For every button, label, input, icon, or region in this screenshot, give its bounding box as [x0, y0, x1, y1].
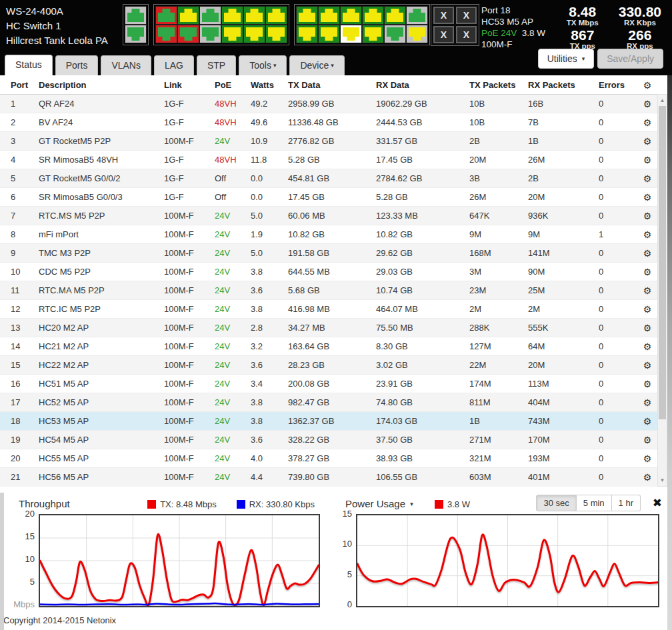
gear-icon[interactable]: ⚙: [643, 341, 652, 352]
time-button-5-min[interactable]: 5 min: [577, 495, 612, 511]
port-row-13[interactable]: 13HC20 M2 AP100M-F24V2.834.27 MB75.50 MB…: [0, 319, 657, 337]
gear-icon[interactable]: ⚙: [643, 472, 652, 483]
gear-icon[interactable]: ⚙: [643, 435, 652, 445]
port-row-8[interactable]: 8mFi mPort100M-F24V1.910.82 GB10.82 GB9M…: [0, 225, 657, 244]
gear-icon[interactable]: ⚙: [643, 80, 652, 91]
port-icon[interactable]: [341, 7, 361, 24]
port-icon[interactable]: [244, 25, 265, 43]
port-row-4[interactable]: 4SR MimosaB5 48VH1G-F48VH11.85.28 GB17.4…: [0, 151, 657, 169]
port-row-12[interactable]: 12RTC.IC M5 P2P100M-F24V3.8416.98 MB464.…: [0, 300, 657, 319]
gear-icon[interactable]: ⚙: [643, 173, 652, 184]
port-icon[interactable]: [156, 7, 177, 24]
time-button-1-hr[interactable]: 1 hr: [612, 495, 641, 511]
scroll-down-icon[interactable]: ▼: [658, 475, 667, 485]
gear-icon[interactable]: ⚙: [643, 323, 652, 333]
column-header: Port: [0, 76, 33, 95]
port-row-17[interactable]: 17HC52 M5 AP100M-F24V3.8982.47 GB74.80 G…: [0, 393, 657, 412]
gear-icon[interactable]: ⚙: [643, 136, 652, 147]
sfp-port-icon[interactable]: X: [433, 7, 454, 24]
sfp-port-icon[interactable]: X: [456, 7, 477, 24]
port-icon[interactable]: [125, 7, 146, 24]
utilities-button[interactable]: Utilities ▾: [538, 49, 595, 69]
port-icon[interactable]: [266, 7, 287, 24]
gear-icon[interactable]: ⚙: [643, 192, 652, 203]
gear-icon[interactable]: ⚙: [643, 304, 652, 315]
port-row-20[interactable]: 20HC55 M5 AP100M-F24V4.0378.27 GB38.93 G…: [0, 449, 657, 468]
tab-lag[interactable]: LAG: [154, 55, 194, 75]
port-icon[interactable]: [407, 7, 427, 24]
tab-ports[interactable]: Ports: [55, 55, 99, 75]
port-row-19[interactable]: 19HC54 M5 AP100M-F24V3.6328.22 GB37.50 G…: [0, 431, 657, 449]
port-icon[interactable]: [385, 7, 405, 24]
table-scrollbar[interactable]: ▲ ▼: [657, 94, 667, 487]
port-icon[interactable]: [178, 25, 199, 43]
gear-icon[interactable]: ⚙: [643, 397, 652, 408]
throughput-y-axis: 2015105Mbps: [0, 514, 39, 607]
port-icon[interactable]: [266, 25, 287, 43]
port-icon[interactable]: [200, 7, 221, 24]
gear-icon[interactable]: ⚙: [643, 453, 652, 464]
gear-icon[interactable]: ⚙: [643, 211, 652, 221]
port-row-21[interactable]: 21HC56 M5 AP100M-F24V4.4739.80 GB106.55 …: [0, 468, 657, 487]
port-row-7[interactable]: 7RTC.MS M5 P2P100M-F24V5.060.06 MB123.33…: [0, 207, 657, 225]
gear-icon[interactable]: ⚙: [643, 99, 652, 109]
port-row-3[interactable]: 3GT RocketM5 P2P100M-F24V10.92776.82 GB3…: [0, 132, 657, 151]
gear-icon[interactable]: ⚙: [643, 360, 652, 371]
scrollbar-thumb[interactable]: [659, 106, 666, 419]
gear-icon[interactable]: ⚙: [643, 117, 652, 128]
port-icon-selected[interactable]: [341, 25, 361, 43]
port-row-15[interactable]: 15HC22 M2 AP100M-F24V3.628.23 GB3.02 GB2…: [0, 356, 657, 375]
port-icon[interactable]: [222, 25, 243, 43]
power-usage-dropdown[interactable]: Power Usage ▾: [345, 498, 413, 509]
port-icon[interactable]: [319, 7, 339, 24]
gear-icon[interactable]: ⚙: [643, 267, 652, 277]
port-row-1[interactable]: 1QR AF241G-F48VH49.22958.99 GB19062.29 G…: [0, 95, 657, 113]
copyright: Copyright 2014-2015 Netonix: [3, 615, 116, 625]
port-row-18[interactable]: 18HC53 M5 AP100M-F24V3.81362.37 GB174.03…: [0, 412, 657, 431]
header-actions: Utilities ▾ Save/Apply: [538, 49, 663, 69]
port-row-10[interactable]: 10CDC M5 P2P100M-F24V3.8644.55 MB29.03 G…: [0, 263, 657, 281]
tab-device[interactable]: Device▾: [289, 55, 344, 75]
gear-icon[interactable]: ⚙: [643, 285, 652, 296]
tabs: StatusPortsVLANsLAGSTPTools▾Device▾: [5, 55, 347, 75]
port-icon[interactable]: [297, 25, 317, 43]
charts-section: Throughput TX: 8.48 MbpsRX: 330.80 Kbps …: [0, 493, 667, 615]
port-icon[interactable]: [200, 25, 221, 43]
port-row-14[interactable]: 14HC21 M2 AP100M-F24V3.2163.64 GB8.30 GB…: [0, 337, 657, 356]
port-row-9[interactable]: 9TMC M3 P2P100M-F24V5.0191.58 GB29.62 GB…: [0, 244, 657, 263]
sfp-port-icon[interactable]: X: [433, 26, 454, 43]
power-legend: 3.8 W: [435, 499, 470, 509]
gear-icon[interactable]: ⚙: [643, 229, 652, 240]
gear-icon[interactable]: ⚙: [643, 248, 652, 259]
port-icon[interactable]: [407, 25, 427, 43]
gear-icon[interactable]: ⚙: [643, 379, 652, 389]
device-location: Hillcrest Tank Leola PA: [6, 33, 108, 48]
save-apply-button[interactable]: Save/Apply: [597, 49, 663, 69]
time-button-30-sec[interactable]: 30 sec: [536, 495, 576, 511]
port-row-11[interactable]: 11RTC.MA M5 P2P100M-F24V3.65.68 GB10.74 …: [0, 281, 657, 300]
port-icon[interactable]: [244, 7, 265, 24]
gear-icon[interactable]: ⚙: [643, 416, 652, 427]
tab-status[interactable]: Status: [5, 55, 53, 75]
tab-vlans[interactable]: VLANs: [101, 55, 151, 75]
port-icon[interactable]: [385, 25, 405, 43]
port-row-2[interactable]: 2BV AF241G-F48VH49.611336.48 GB2444.53 G…: [0, 113, 657, 132]
port-icon[interactable]: [363, 25, 383, 43]
port-icon[interactable]: [178, 7, 199, 24]
port-icon[interactable]: [319, 25, 339, 43]
port-icon[interactable]: [297, 7, 317, 24]
tab-stp[interactable]: STP: [197, 55, 236, 75]
port-icon[interactable]: [363, 7, 383, 24]
port-icon[interactable]: [156, 25, 177, 43]
gear-icon[interactable]: ⚙: [643, 155, 652, 165]
sfp-port-icon[interactable]: X: [456, 26, 477, 43]
port-row-5[interactable]: 5GT RocketM5 G0/0/21G-FOff0.0454.81 GB27…: [0, 169, 657, 188]
port-row-16[interactable]: 16HC51 M5 AP100M-F24V3.4200.08 GB23.91 G…: [0, 375, 657, 393]
tab-tools[interactable]: Tools▾: [239, 55, 287, 75]
y-tick-label: 5: [347, 569, 352, 579]
port-row-6[interactable]: 6SR MimosaB5 G0/0/31G-FOff0.017.45 GB5.2…: [0, 188, 657, 207]
scroll-up-icon[interactable]: ▲: [658, 95, 667, 105]
port-icon[interactable]: [222, 7, 243, 24]
close-icon[interactable]: ✖: [653, 496, 662, 510]
port-icon[interactable]: [125, 25, 146, 43]
